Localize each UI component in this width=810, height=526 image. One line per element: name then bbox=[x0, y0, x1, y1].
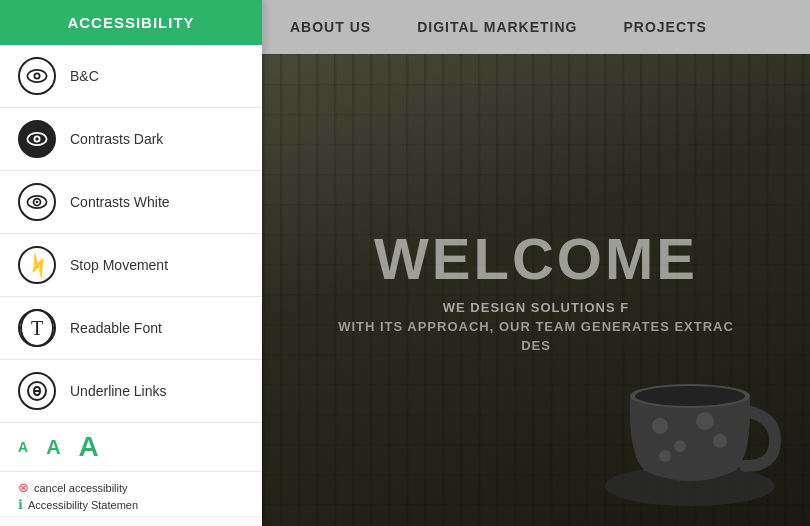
svg-point-13 bbox=[652, 418, 668, 434]
readable-font-icon: T bbox=[18, 309, 56, 347]
provided-by: Provided by: S●OG●O bbox=[0, 516, 262, 526]
statement-icon: ℹ bbox=[18, 497, 23, 512]
accessibility-statement-link[interactable]: ℹ Accessibility Statemen bbox=[18, 497, 244, 512]
font-size-large-button[interactable]: A bbox=[79, 433, 99, 461]
svg-point-5 bbox=[35, 137, 39, 141]
hero-section: WELCOME WE DESIGN SOLUTIONS F WITH ITS A… bbox=[262, 54, 810, 526]
hero-subtitle-3: DES bbox=[338, 338, 734, 353]
bc-label: B&C bbox=[70, 68, 99, 84]
font-size-small-button[interactable]: A bbox=[18, 440, 28, 454]
hero-content: WELCOME WE DESIGN SOLUTIONS F WITH ITS A… bbox=[318, 227, 754, 354]
hero-title: WELCOME bbox=[338, 227, 734, 291]
sidebar-footer-links: ⊗ cancel accessibility ℹ Accessibility S… bbox=[0, 472, 262, 516]
svg-point-15 bbox=[696, 412, 714, 430]
eye-icon-bc bbox=[18, 57, 56, 95]
cancel-icon: ⊗ bbox=[18, 480, 29, 495]
nav-projects[interactable]: PROJECTS bbox=[616, 14, 715, 40]
font-size-medium-button[interactable]: A bbox=[46, 437, 60, 457]
underline-links-icon bbox=[18, 372, 56, 410]
hero-subtitle-1: WE DESIGN SOLUTIONS F bbox=[338, 300, 734, 315]
sidebar-item-contrasts-dark[interactable]: Contrasts Dark bbox=[0, 108, 262, 171]
sidebar-item-readable-font[interactable]: T Readable Font bbox=[0, 297, 262, 360]
hero-subtitle-2: WITH ITS APPROACH, OUR TEAM GENERATES EX… bbox=[338, 319, 734, 334]
cancel-accessibility-link[interactable]: ⊗ cancel accessibility bbox=[18, 480, 244, 495]
accessibility-sidebar: ACCESSIBILITY B&C Contrasts Dark bbox=[0, 0, 262, 526]
svg-point-16 bbox=[713, 434, 727, 448]
nav-digital-marketing[interactable]: DIGITAL MARKETING bbox=[409, 14, 585, 40]
contrasts-white-label: Contrasts White bbox=[70, 194, 170, 210]
readable-font-label: Readable Font bbox=[70, 320, 162, 336]
stop-movement-label: Stop Movement bbox=[70, 257, 168, 273]
font-size-row: A A A bbox=[0, 423, 262, 472]
svg-point-18 bbox=[635, 386, 745, 406]
stop-movement-icon: ⚡ bbox=[18, 246, 56, 284]
navbar: ABOUT US DIGITAL MARKETING PROJECTS bbox=[262, 0, 810, 54]
svg-point-2 bbox=[35, 74, 39, 78]
sidebar-item-bc[interactable]: B&C bbox=[0, 45, 262, 108]
sidebar-header: ACCESSIBILITY bbox=[0, 0, 262, 45]
contrasts-dark-label: Contrasts Dark bbox=[70, 131, 163, 147]
eye-icon-dark bbox=[18, 120, 56, 158]
main-content: ABOUT US DIGITAL MARKETING PROJECTS WELC… bbox=[262, 0, 810, 526]
sidebar-item-underline-links[interactable]: Underline Links bbox=[0, 360, 262, 423]
sidebar-item-contrasts-white[interactable]: Contrasts White bbox=[0, 171, 262, 234]
cancel-label: cancel accessibility bbox=[34, 482, 128, 494]
svg-point-14 bbox=[674, 440, 686, 452]
statement-label: Accessibility Statemen bbox=[28, 499, 138, 511]
svg-point-17 bbox=[659, 450, 671, 462]
sidebar-item-stop-movement[interactable]: ⚡ Stop Movement bbox=[0, 234, 262, 297]
nav-about-us[interactable]: ABOUT US bbox=[282, 14, 379, 40]
svg-point-8 bbox=[36, 201, 39, 204]
eye-icon-white bbox=[18, 183, 56, 221]
underline-links-label: Underline Links bbox=[70, 383, 167, 399]
